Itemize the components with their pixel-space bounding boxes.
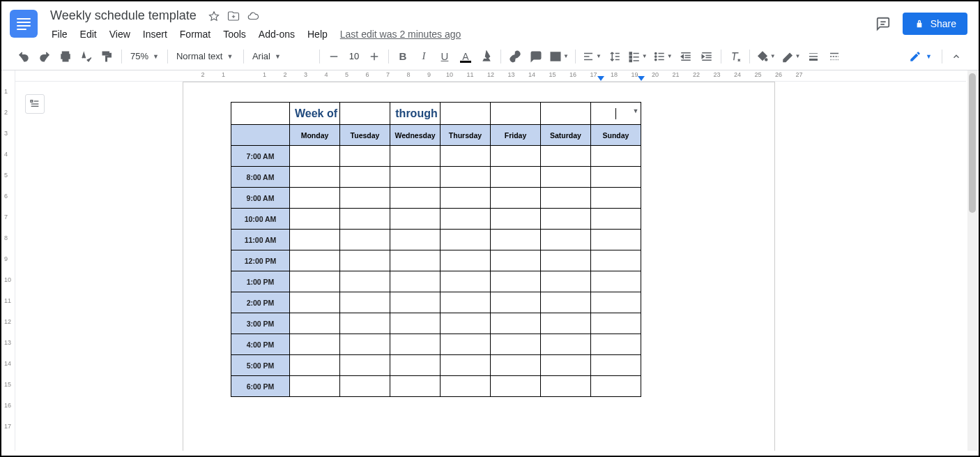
right-margin-marker-icon[interactable] [638,76,645,81]
schedule-cell[interactable] [591,209,641,230]
schedule-cell[interactable] [340,230,390,250]
schedule-cell[interactable] [491,292,541,313]
schedule-cell[interactable] [541,334,591,355]
schedule-cell[interactable] [390,209,441,230]
increase-indent-button[interactable] [697,47,717,66]
line-spacing-button[interactable] [605,47,625,66]
time-cell[interactable]: 11:00 AM [231,230,290,250]
schedule-cell[interactable] [441,376,491,397]
time-cell[interactable]: 7:00 AM [231,146,290,167]
schedule-cell[interactable] [290,230,340,250]
title-row-empty[interactable] [491,103,541,125]
schedule-cell[interactable] [541,292,591,313]
time-cell[interactable]: 6:00 PM [231,376,290,397]
schedule-cell[interactable] [491,146,541,167]
day-header-sunday[interactable]: Sunday [591,125,641,146]
schedule-cell[interactable] [441,355,491,376]
time-cell[interactable]: 3:00 PM [231,313,290,334]
schedule-cell[interactable] [340,188,390,209]
schedule-cell[interactable] [591,146,641,167]
time-cell[interactable]: 8:00 AM [231,167,290,188]
border-style-button[interactable] [825,47,844,66]
schedule-cell[interactable] [591,376,641,397]
schedule-cell[interactable] [390,250,441,271]
cloud-status-icon[interactable] [247,10,259,22]
time-cell[interactable]: 10:00 AM [231,209,290,230]
schedule-cell[interactable] [390,334,441,355]
schedule-cell[interactable] [441,188,491,209]
schedule-cell[interactable] [541,376,591,397]
star-icon[interactable] [208,10,220,22]
schedule-cell[interactable] [491,271,541,292]
schedule-cell[interactable] [491,167,541,188]
schedule-cell[interactable] [390,230,441,250]
menu-format[interactable]: Format [174,26,216,43]
schedule-cell[interactable] [340,250,390,271]
schedule-cell[interactable] [541,313,591,334]
schedule-cell[interactable] [441,230,491,250]
schedule-cell[interactable] [441,271,491,292]
schedule-cell[interactable] [340,355,390,376]
schedule-cell[interactable] [541,355,591,376]
schedule-cell[interactable] [591,355,641,376]
schedule-table[interactable]: Week ofthroughMondayTuesdayWednesdayThur… [231,102,641,397]
schedule-cell[interactable] [340,167,390,188]
last-edit-link[interactable]: Last edit was 2 minutes ago [340,29,461,40]
schedule-cell[interactable] [491,188,541,209]
schedule-cell[interactable] [491,230,541,250]
menu-tools[interactable]: Tools [217,26,252,43]
title-row-empty[interactable] [231,103,290,125]
schedule-cell[interactable] [290,209,340,230]
bulleted-list-button[interactable]: ▼ [651,47,675,66]
day-header-friday[interactable]: Friday [491,125,541,146]
schedule-cell[interactable] [290,376,340,397]
align-button[interactable]: ▼ [580,47,604,66]
decrease-indent-button[interactable] [676,47,696,66]
schedule-cell[interactable] [441,209,491,230]
underline-button[interactable]: U [435,47,454,66]
border-width-button[interactable] [804,47,823,66]
schedule-cell[interactable] [290,334,340,355]
day-header-tuesday[interactable]: Tuesday [340,125,390,146]
menu-addons[interactable]: Add-ons [253,26,300,43]
menu-insert[interactable]: Insert [137,26,173,43]
font-select[interactable]: Arial▼ [248,47,315,66]
schedule-cell[interactable] [441,146,491,167]
title-cell-week-of[interactable]: Week of [290,103,340,125]
schedule-cell[interactable] [441,250,491,271]
insert-link-button[interactable] [505,47,525,66]
schedule-cell[interactable] [290,146,340,167]
schedule-cell[interactable] [591,292,641,313]
schedule-cell[interactable] [290,355,340,376]
schedule-cell[interactable] [541,271,591,292]
schedule-cell[interactable] [441,167,491,188]
day-header-monday[interactable]: Monday [290,125,340,146]
schedule-cell[interactable] [541,250,591,271]
schedule-cell[interactable] [390,376,441,397]
schedule-cell[interactable] [491,355,541,376]
title-row-empty[interactable] [441,103,491,125]
schedule-cell[interactable] [491,334,541,355]
redo-button[interactable] [35,47,54,66]
paint-format-button[interactable] [98,47,117,66]
schedule-cell[interactable] [491,250,541,271]
document-page[interactable]: ▼ Week ofthroughMondayTuesdayWednesdayTh… [183,82,775,451]
schedule-cell[interactable] [541,230,591,250]
schedule-cell[interactable] [591,334,641,355]
schedule-cell[interactable] [340,146,390,167]
schedule-cell[interactable] [591,250,641,271]
print-button[interactable] [56,47,75,66]
schedule-cell[interactable] [541,167,591,188]
schedule-cell[interactable] [541,209,591,230]
insert-image-button[interactable]: ▼ [547,47,571,66]
day-header-saturday[interactable]: Saturday [541,125,591,146]
move-icon[interactable] [227,10,240,22]
schedule-cell[interactable] [541,188,591,209]
schedule-cell[interactable] [591,271,641,292]
border-color-button[interactable]: ▼ [779,47,803,66]
doc-title[interactable]: Weekly schedule template [46,7,201,24]
schedule-cell[interactable] [390,313,441,334]
schedule-cell[interactable] [491,209,541,230]
schedule-cell[interactable] [390,271,441,292]
schedule-cell[interactable] [340,271,390,292]
